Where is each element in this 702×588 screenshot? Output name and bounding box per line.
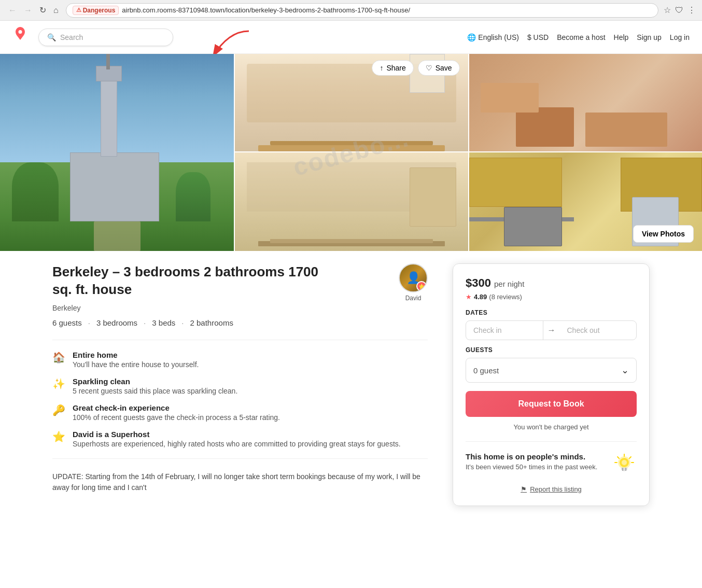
bookmark-icon[interactable]: ☆ [664,5,671,15]
feature-entire-home-text: Entire home You'll have the entire house… [73,351,199,369]
date-arrow-icon: → [543,321,560,340]
divider-3 [466,441,637,442]
guests-label: Guests [466,346,637,354]
feature-superhost-text: David is a Superhost Superhosts are expe… [73,430,401,448]
host-avatar[interactable]: 👤 ⭐ [399,263,428,292]
photo-main[interactable] [0,54,234,251]
sparkle-icon: ✨ [52,377,65,390]
photo-top-mid[interactable]: ↑ Share ♡ Save [234,54,468,152]
back-button[interactable]: ← [6,4,19,16]
superhost-badge: ⭐ [416,281,427,291]
photo-bot-mid[interactable] [234,152,468,251]
star-icon: ⭐ [52,430,65,443]
feature-clean-text: Sparkling clean 5 recent guests said thi… [73,377,237,395]
feature-title-3: Great check-in experience [73,403,280,412]
check-out-field[interactable]: Check out [560,321,637,340]
star-icon: ★ [466,293,472,301]
chevron-down-icon: ⌄ [621,365,629,376]
danger-label: Dangerous [83,7,116,14]
bedrooms-count: 3 bedrooms [96,318,137,327]
browser-chrome: ← → ↻ ⌂ ⚠ Dangerous airbnb.com.rooms-837… [0,0,702,21]
feature-desc-4: Superhosts are experienced, highly rated… [73,440,401,448]
flag-icon: ⚑ [521,485,527,493]
heart-icon: ♡ [426,64,432,72]
minds-section: This home is on people's minds. It's bee… [466,452,637,477]
dates-label: Dates [466,309,637,316]
become-host-link[interactable]: Become a host [557,33,605,41]
feature-title-4: David is a Superhost [73,430,401,439]
listing-location: Berkeley [52,304,428,312]
report-listing-link[interactable]: ⚑ Report this listing [466,485,637,493]
shield-icon[interactable]: 🛡 [675,6,683,15]
check-in-placeholder: Check in [473,326,501,334]
danger-badge: ⚠ Dangerous [73,6,119,15]
site-header: 🔍 Search 🌐 English (US) $ USD Become a h… [0,21,702,54]
feature-title-1: Entire home [73,351,199,359]
minds-row: This home is on people's minds. It's bee… [466,452,637,477]
home-button[interactable]: ⌂ [51,4,61,16]
request-to-book-button[interactable]: Request to Book [466,391,637,417]
forward-button[interactable]: → [22,4,34,16]
feature-list: 🏠 Entire home You'll have the entire hou… [52,351,428,448]
rating-number: 4.89 [474,293,487,301]
price-row: $300 per night [466,276,637,290]
photo-grid-wrapper: ↑ Share ♡ Save [0,54,702,251]
report-label: Report this listing [530,485,582,493]
dot-1: · [88,318,90,327]
language-selector[interactable]: 🌐 English (US) [467,33,519,41]
dot-3: · [181,318,184,327]
photo-actions: ↑ Share ♡ Save [372,60,459,76]
feature-entire-home: 🏠 Entire home You'll have the entire hou… [52,351,428,369]
guests-count: 6 guests [52,318,82,327]
address-text: airbnb.com.rooms-83710948.town/location/… [122,6,652,14]
host-name: David [405,295,422,302]
help-link[interactable]: Help [614,33,629,41]
divider-1 [52,340,428,340]
feature-desc-3: 100% of recent guests gave the check-in … [73,413,280,422]
home-icon: 🏠 [52,351,65,363]
currency-selector[interactable]: $ USD [527,33,549,41]
no-charge-text: You won't be charged yet [466,423,637,431]
feature-checkin-text: Great check-in experience 100% of recent… [73,403,280,422]
divider-2 [52,458,428,459]
price-per-night: per night [494,279,524,288]
address-bar[interactable]: ⚠ Dangerous airbnb.com.rooms-83710948.to… [66,3,658,18]
bathrooms-count: 2 bathrooms [190,318,233,327]
warning-icon: ⚠ [76,7,81,13]
view-photos-button[interactable]: View Photos [633,225,694,243]
photo-bot-right[interactable]: View Photos [468,152,702,251]
feature-desc-2: 5 recent guests said this place was spar… [73,387,237,395]
guests-field[interactable]: 0 guest ⌄ [466,358,637,383]
title-host-row: Berkeley – 3 bedrooms 2 bathrooms 1700 s… [52,263,428,302]
save-button[interactable]: ♡ Save [418,60,460,76]
minds-desc: It's been viewed 50+ times in the past w… [466,463,597,471]
listing-left: Berkeley – 3 bedrooms 2 bathrooms 1700 s… [52,263,428,506]
review-count: (8 reviews) [489,293,522,301]
dates-row[interactable]: Check in → Check out [466,320,637,340]
minds-title: This home is on people's minds. [466,452,597,461]
search-bar[interactable]: 🔍 Search [38,29,173,46]
menu-icon[interactable]: ⋮ [687,5,696,15]
listing-meta: 6 guests · 3 bedrooms · 3 beds · 2 bathr… [52,318,428,327]
listing-title: Berkeley – 3 bedrooms 2 bathrooms 1700 s… [52,263,322,299]
booking-widget: $300 per night ★ 4.89 (8 reviews) Dates … [453,263,650,506]
minds-text: This home is on people's minds. It's bee… [466,452,597,471]
feature-checkin: 🔑 Great check-in experience 100% of rece… [52,403,428,422]
search-icon: 🔍 [47,33,56,41]
refresh-button[interactable]: ↻ [37,4,48,16]
price-amount: $300 [466,276,491,290]
share-button[interactable]: ↑ Share [372,60,413,76]
feature-desc-1: You'll have the entire house to yourself… [73,360,199,369]
beds-count: 3 beds [152,318,175,327]
lightbulb-icon [612,452,637,477]
main-content: Berkeley – 3 bedrooms 2 bathrooms 1700 s… [40,251,662,519]
signup-link[interactable]: Sign up [637,33,661,41]
photo-top-right[interactable] [468,54,702,152]
header-right: 🌐 English (US) $ USD Become a host Help … [467,33,690,41]
airbnb-logo[interactable] [12,27,28,47]
dot-2: · [144,318,146,327]
login-link[interactable]: Log in [670,33,690,41]
language-label: English (US) [478,33,519,41]
check-in-field[interactable]: Check in [466,321,543,340]
feature-title-2: Sparkling clean [73,377,237,386]
